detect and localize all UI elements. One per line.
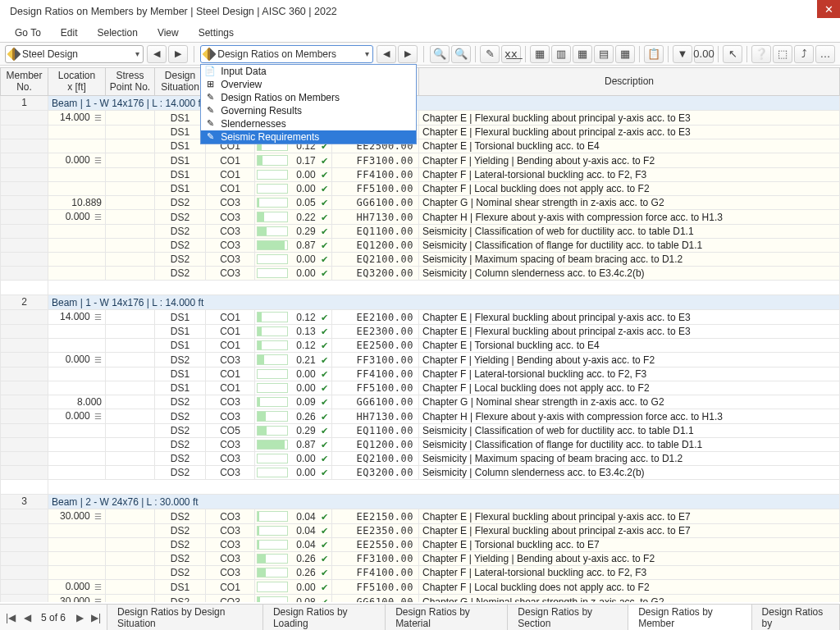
toolbar-button-4[interactable]: ▦ bbox=[530, 45, 550, 63]
separator bbox=[639, 46, 640, 62]
item-icon: 📄 bbox=[204, 66, 216, 76]
close-button[interactable]: ✕ bbox=[817, 0, 840, 18]
toolbar-button-6[interactable]: ▦ bbox=[573, 45, 592, 63]
menu-edit[interactable]: Edit bbox=[52, 25, 86, 41]
table-row[interactable]: DS2 CO3 0.87 ✔ EQ1200.00 Seismicity | Cl… bbox=[1, 239, 840, 253]
toolbar-icon: 📋 bbox=[647, 48, 660, 60]
table-row[interactable]: DS2 CO3 0.04 ✔ EE2350.00 Chapter E | Fle… bbox=[1, 524, 840, 538]
pager-first-button[interactable]: |◀ bbox=[3, 612, 18, 623]
toolbar-button-7[interactable]: ▤ bbox=[594, 45, 614, 63]
toolbar-button-12[interactable]: ↖ bbox=[723, 45, 742, 63]
th-design-situation[interactable]: DesignSituation bbox=[155, 68, 206, 96]
toolbar-button-8[interactable]: ▦ bbox=[615, 45, 635, 63]
table-row[interactable]: DS1 CO1 0.13 ✔ EE2300.00 Chapter E | Fle… bbox=[1, 126, 840, 139]
tab-design-ratios-by-material[interactable]: Design Ratios by Material bbox=[386, 605, 508, 630]
toolbar-button-3[interactable]: x͟x͟ bbox=[501, 45, 521, 63]
group-header-row[interactable]: 2Beam | 1 - W 14x176 | L : 14.000 ft bbox=[1, 295, 840, 310]
dd-item-seismic-requirements[interactable]: ✎Seismic Requirements bbox=[201, 130, 416, 144]
separator bbox=[718, 46, 719, 62]
toolbar-button-0[interactable]: 🔍 bbox=[430, 45, 450, 63]
table-row[interactable]: 30.000 ☰ DS2 CO3 0.08 ✔ GG6100.00 Chapte… bbox=[1, 595, 840, 603]
table-row[interactable]: DS2 CO5 0.29 ✔ EQ1100.00 Seismicity | Cl… bbox=[1, 424, 840, 438]
pager-prev-button[interactable]: ◀ bbox=[20, 612, 34, 623]
dd-item-input-data[interactable]: 📄Input Data bbox=[201, 65, 416, 78]
toolbar-button-2[interactable]: ✎ bbox=[480, 45, 500, 63]
result-table-combo[interactable]: Design Ratios on Members ▾ 📄Input Data⊞O… bbox=[200, 45, 373, 63]
table-row[interactable]: DS1 CO1 0.00 ✔ FF5100.00 Chapter F | Loc… bbox=[1, 381, 840, 395]
table-row[interactable]: DS2 CO3 0.26 ✔ FF4100.00 Chapter F | Lat… bbox=[1, 566, 840, 580]
table-row[interactable]: 0.000 ☰ DS2 CO3 0.21 ✔ FF3100.00 Chapter… bbox=[1, 353, 840, 368]
menu-view[interactable]: View bbox=[149, 25, 187, 41]
table-row[interactable]: 14.000 ☰ DS1 CO1 0.12 ✔ EE2100.00 Chapte… bbox=[1, 111, 840, 126]
th-stress-point[interactable]: StressPoint No. bbox=[106, 68, 155, 96]
toolbar-button-1[interactable]: 🔍 bbox=[451, 45, 471, 63]
results-table-wrap: MemberNo. Locationx [ft] StressPoint No.… bbox=[0, 67, 840, 602]
table-row[interactable]: DS1 CO1 0.00 ✔ FF4100.00 Chapter F | Lat… bbox=[1, 368, 840, 381]
ratio-bar bbox=[257, 526, 288, 536]
tab-design-ratios-by-member[interactable]: Design Ratios by Member bbox=[628, 605, 751, 630]
toolbar-button-11[interactable]: 0.00 bbox=[694, 45, 714, 63]
table-row[interactable]: DS1 CO1 0.12 ✔ EE2500.00 Chapter E | Tor… bbox=[1, 339, 840, 353]
combo2-next-button[interactable]: ▶ bbox=[398, 45, 418, 63]
result-table-dropdown: 📄Input Data⊞Overview✎Design Ratios on Me… bbox=[200, 64, 417, 144]
menu-settings[interactable]: Settings bbox=[190, 25, 242, 41]
table-row[interactable]: 30.000 ☰ DS2 CO3 0.04 ✔ EE2150.00 Chapte… bbox=[1, 509, 840, 524]
toolbar-icon: 🔍 bbox=[433, 48, 446, 60]
table-row[interactable]: 0.000 ☰ DS1 CO1 0.17 ✔ FF3100.00 Chapter… bbox=[1, 153, 840, 168]
table-row[interactable]: DS1 CO1 0.00 ✔ FF4100.00 Chapter F | Lat… bbox=[1, 168, 840, 182]
table-row[interactable]: 0.000 ☰ DS2 CO3 0.26 ✔ HH7130.00 Chapter… bbox=[1, 409, 840, 424]
results-table[interactable]: MemberNo. Locationx [ft] StressPoint No.… bbox=[0, 67, 840, 602]
table-row[interactable]: DS2 CO3 0.00 ✔ EQ2100.00 Seismicity | Ma… bbox=[1, 452, 840, 466]
table-row[interactable]: DS2 CO3 0.26 ✔ FF3100.00 Chapter F | Yie… bbox=[1, 552, 840, 566]
table-row[interactable]: DS1 CO1 0.13 ✔ EE2300.00 Chapter E | Fle… bbox=[1, 325, 840, 339]
toolbar-button-14[interactable]: ⬚ bbox=[773, 45, 792, 63]
table-row[interactable]: 14.000 ☰ DS1 CO1 0.12 ✔ EE2100.00 Chapte… bbox=[1, 310, 840, 325]
table-row[interactable]: DS1 CO1 0.00 ✔ FF5100.00 Chapter F | Loc… bbox=[1, 182, 840, 196]
table-row[interactable]: 0.000 ☰ DS1 CO1 0.00 ✔ FF5100.00 Chapter… bbox=[1, 580, 840, 595]
combo2-prev-button[interactable]: ◀ bbox=[377, 45, 396, 63]
dd-item-governing-results[interactable]: ✎Governing Results bbox=[201, 104, 416, 117]
menu-go-to[interactable]: Go To bbox=[7, 25, 49, 41]
dd-item-slendernesses[interactable]: ✎Slendernesses bbox=[201, 117, 416, 130]
tab-design-ratios-by-loading[interactable]: Design Ratios by Loading bbox=[263, 605, 386, 630]
th-description[interactable]: Description bbox=[419, 68, 840, 96]
dd-item-overview[interactable]: ⊞Overview bbox=[201, 78, 416, 91]
table-row[interactable]: 10.889 DS2 CO3 0.05 ✔ GG6100.00 Chapter … bbox=[1, 196, 840, 210]
table-row[interactable]: 0.000 ☰ DS2 CO3 0.22 ✔ HH7130.00 Chapter… bbox=[1, 210, 840, 225]
ratio-bar bbox=[257, 568, 288, 578]
group-header-row[interactable]: 3Beam | 2 - W 24x76 | L : 30.000 ft bbox=[1, 495, 840, 509]
group-header-row[interactable]: 1Beam | 1 - W 14x176 | L : 14.000 ft bbox=[1, 96, 840, 111]
separator bbox=[475, 46, 476, 62]
toolbar-button-13[interactable]: ❔ bbox=[751, 45, 771, 63]
toolbar-button-9[interactable]: 📋 bbox=[644, 45, 664, 63]
combo1-prev-button[interactable]: ◀ bbox=[147, 45, 167, 63]
table-row[interactable]: DS2 CO3 0.04 ✔ EE2550.00 Chapter E | Tor… bbox=[1, 538, 840, 552]
table-row[interactable]: DS2 CO3 0.00 ✔ EQ3200.00 Seismicity | Co… bbox=[1, 466, 840, 480]
design-module-combo[interactable]: Steel Design ▾ bbox=[5, 45, 144, 63]
table-row[interactable]: DS2 CO3 0.00 ✔ EQ2100.00 Seismicity | Ma… bbox=[1, 253, 840, 267]
tab-design-ratios-by-section[interactable]: Design Ratios by Section bbox=[508, 605, 628, 630]
toolbar-button-16[interactable]: … bbox=[815, 45, 835, 63]
th-member[interactable]: MemberNo. bbox=[1, 68, 48, 96]
tab-design-ratios-by-design-situation[interactable]: Design Ratios by Design Situation bbox=[107, 605, 263, 630]
table-row[interactable]: 8.000 DS2 CO3 0.09 ✔ GG6100.00 Chapter G… bbox=[1, 395, 840, 409]
combo1-next-button[interactable]: ▶ bbox=[168, 45, 188, 63]
pencil-icon bbox=[7, 47, 21, 61]
ratio-bar bbox=[257, 184, 288, 194]
toolbar-icon: ▤ bbox=[599, 48, 609, 60]
th-location[interactable]: Locationx [ft] bbox=[48, 68, 106, 96]
table-row[interactable]: DS1 CO1 0.12 ✔ EE2500.00 Chapter E | Tor… bbox=[1, 139, 840, 153]
pager-last-button[interactable]: ▶| bbox=[89, 612, 103, 623]
dd-item-design-ratios-on-members[interactable]: ✎Design Ratios on Members bbox=[201, 91, 416, 104]
toolbar-button-10[interactable]: ▼ bbox=[673, 45, 692, 63]
pager-next-button[interactable]: ▶ bbox=[72, 612, 87, 623]
table-row[interactable]: DS2 CO3 0.29 ✔ EQ1100.00 Seismicity | Cl… bbox=[1, 225, 840, 239]
table-row[interactable]: DS2 CO3 0.00 ✔ EQ3200.00 Seismicity | Co… bbox=[1, 267, 840, 281]
item-label: Design Ratios on Members bbox=[221, 92, 340, 103]
toolbar-icon: ✎ bbox=[486, 48, 495, 60]
table-row[interactable]: DS2 CO3 0.87 ✔ EQ1200.00 Seismicity | Cl… bbox=[1, 438, 840, 452]
toolbar-button-5[interactable]: ▥ bbox=[551, 45, 571, 63]
tab-design-ratios-by[interactable]: Design Ratios by bbox=[752, 605, 840, 630]
menu-selection[interactable]: Selection bbox=[89, 25, 146, 41]
toolbar-button-15[interactable]: ⤴ bbox=[794, 45, 814, 63]
